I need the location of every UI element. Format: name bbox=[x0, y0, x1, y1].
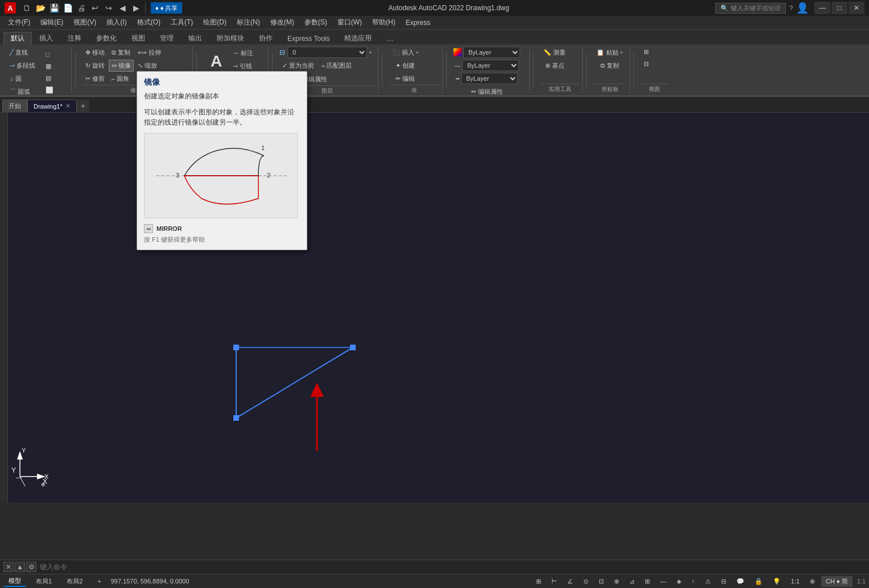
draw-boundary-button[interactable]: ⬜ bbox=[43, 85, 56, 96]
tab-express-tools[interactable]: Express Tools bbox=[280, 32, 337, 44]
close-button[interactable]: ✕ bbox=[849, 2, 864, 14]
menu-view[interactable]: 视图(V) bbox=[69, 16, 101, 29]
doc-tab-drawing1[interactable]: Drawing1* ✕ bbox=[27, 100, 77, 112]
draw-arc-button[interactable]: ⌒ 圆弧 bbox=[7, 86, 38, 98]
draw-gradient-button[interactable]: ▤ bbox=[43, 73, 56, 84]
tab-addons[interactable]: 附加模块 bbox=[209, 32, 252, 44]
view-btn2[interactable]: ⊟ bbox=[641, 59, 652, 69]
qa-redo[interactable]: ↪ bbox=[102, 2, 115, 14]
dynin-button[interactable]: ⊞ bbox=[641, 577, 654, 586]
tab-view[interactable]: 视图 bbox=[124, 32, 153, 44]
modify-fillet-button[interactable]: ⌐ 圆角 bbox=[109, 73, 134, 85]
modify-trim-button[interactable]: ✂ 修剪 bbox=[83, 73, 108, 85]
share-button[interactable]: ♦ ♦ 共享 bbox=[151, 2, 182, 14]
account-icon[interactable]: 👤 bbox=[796, 2, 809, 14]
minimize-button[interactable]: — bbox=[814, 2, 830, 14]
tab-default[interactable]: 默认 bbox=[3, 32, 32, 44]
units-button[interactable]: ⊟ bbox=[717, 577, 730, 586]
qa-forward[interactable]: ▶ bbox=[130, 2, 142, 14]
draw-circle-button[interactable]: ○ 圆 bbox=[7, 73, 38, 85]
draw-rect-button[interactable]: □ bbox=[43, 49, 56, 60]
trans-button[interactable]: ◈ bbox=[673, 577, 685, 586]
menu-express[interactable]: Express bbox=[401, 16, 435, 29]
modify-mirror-button[interactable]: ⇔ 镜像 bbox=[109, 60, 134, 72]
menu-help[interactable]: 帮助(H) bbox=[368, 16, 400, 29]
qa-save[interactable]: 💾 bbox=[48, 2, 60, 14]
sel-cycle-button[interactable]: ↑ bbox=[687, 577, 699, 586]
command-input[interactable] bbox=[40, 563, 866, 571]
tab-more[interactable]: … bbox=[379, 32, 401, 44]
status-tab-layout1[interactable]: 布局1 bbox=[31, 576, 57, 587]
tab-featured[interactable]: 精选应用 bbox=[337, 32, 379, 44]
block-edit-button[interactable]: ✏ 编辑 bbox=[393, 73, 418, 85]
maximize-button[interactable]: □ bbox=[831, 2, 847, 14]
status-tab-add[interactable]: + bbox=[92, 577, 106, 586]
menu-file[interactable]: 文件(F) bbox=[3, 16, 35, 29]
status-tab-model[interactable]: 模型 bbox=[3, 575, 26, 587]
view-btn1[interactable]: ⊞ bbox=[641, 47, 652, 57]
draw-hatch-button[interactable]: ▦ bbox=[43, 61, 56, 72]
menu-modify[interactable]: 修改(M) bbox=[266, 16, 299, 29]
new-tab-button[interactable]: + bbox=[77, 100, 89, 112]
menu-insert[interactable]: 插入(I) bbox=[102, 16, 131, 29]
modify-scale-button[interactable]: ⤡ 缩放 bbox=[135, 60, 164, 72]
menu-tools[interactable]: 工具(T) bbox=[166, 16, 197, 29]
leader-button[interactable]: ⤙ 引线 bbox=[230, 60, 256, 72]
ann-monitor-button[interactable]: ⚠ bbox=[701, 577, 715, 586]
doc-tab-close[interactable]: ✕ bbox=[65, 102, 71, 110]
menu-params[interactable]: 参数(S) bbox=[300, 16, 332, 29]
lineweight-dropdown[interactable]: ByLayer bbox=[461, 73, 518, 84]
paste-button[interactable]: 📋 粘贴 ▾ bbox=[594, 47, 625, 59]
lw-button[interactable]: — bbox=[656, 577, 670, 586]
draw-polyline-button[interactable]: ⤻ 多段线 bbox=[7, 60, 38, 72]
tab-manage[interactable]: 管理 bbox=[153, 32, 181, 44]
osnap-button[interactable]: ⊙ bbox=[579, 577, 592, 586]
qa-undo[interactable]: ↩ bbox=[89, 2, 101, 14]
doc-tab-start[interactable]: 开始 bbox=[2, 100, 27, 112]
tab-insert[interactable]: 插入 bbox=[32, 32, 60, 44]
polar-button[interactable]: ∠ bbox=[563, 577, 577, 586]
cmd-close-button[interactable]: ✕ bbox=[3, 562, 14, 572]
modify-copy-button[interactable]: ⧉ 复制 bbox=[109, 47, 134, 59]
cmd-expand-button[interactable]: ▲ bbox=[15, 562, 25, 572]
tab-parametric[interactable]: 参数化 bbox=[89, 32, 124, 44]
modify-rotate-button[interactable]: ↻ 旋转 bbox=[83, 60, 108, 72]
menu-annotate[interactable]: 标注(N) bbox=[232, 16, 265, 29]
scale-button[interactable]: 1:1 bbox=[787, 577, 804, 586]
otrack-button[interactable]: ⊕ bbox=[610, 577, 623, 586]
3dosnap-button[interactable]: ⊡ bbox=[595, 577, 608, 586]
ortho-button[interactable]: ⊢ bbox=[547, 577, 561, 586]
block-insert-button[interactable]: ⬛ 插入 ▾ bbox=[389, 47, 421, 59]
menu-edit[interactable]: 编辑(E) bbox=[36, 16, 68, 29]
draw-line-button[interactable]: ╱ 直线 bbox=[7, 47, 38, 59]
ucs-button[interactable]: ⊿ bbox=[625, 577, 639, 586]
help-icon[interactable]: ? bbox=[789, 5, 793, 11]
base-button[interactable]: ⊕ 基点 bbox=[542, 60, 567, 72]
layer-set-current-button[interactable]: ✓ 置为当前 bbox=[279, 60, 317, 72]
color-dropdown[interactable]: ByLayer bbox=[463, 47, 520, 58]
cmd-settings-button[interactable]: ⚙ bbox=[26, 562, 36, 572]
copy-clipboard-button[interactable]: ⧉ 复制 bbox=[598, 60, 622, 72]
measure-button[interactable]: 📏 测量 bbox=[541, 47, 569, 59]
tab-output[interactable]: 输出 bbox=[181, 32, 209, 44]
qa-open[interactable]: 📂 bbox=[34, 2, 47, 14]
block-create-button[interactable]: ✦ 创建 bbox=[393, 60, 418, 72]
layer-dropdown[interactable]: 0 bbox=[287, 47, 367, 58]
canvas-area[interactable]: Y X — ⊕ Y X bbox=[0, 113, 869, 503]
qa-back[interactable]: ◀ bbox=[116, 2, 129, 14]
modify-move-button[interactable]: ✥ 移动 bbox=[83, 47, 108, 59]
qp-button[interactable]: 💬 bbox=[732, 577, 748, 586]
language-button[interactable]: CH ♦ 简 bbox=[821, 576, 852, 587]
qa-print[interactable]: 🖨 bbox=[75, 2, 88, 14]
tab-annotate[interactable]: 注释 bbox=[60, 32, 89, 44]
isolate-button[interactable]: 💡 bbox=[769, 577, 785, 586]
snap-grid-button[interactable]: ⊞ bbox=[532, 577, 545, 586]
layer-match-button[interactable]: ≈ 匹配图层 bbox=[319, 60, 355, 72]
search-bar[interactable]: 🔍 键入关键字或短语 bbox=[715, 3, 786, 14]
qa-new[interactable]: 🗋 bbox=[20, 2, 33, 14]
tab-collaborate[interactable]: 协作 bbox=[252, 32, 280, 44]
qa-save-as[interactable]: 📄 bbox=[61, 2, 74, 14]
menu-draw[interactable]: 绘图(D) bbox=[199, 16, 231, 29]
match-properties-button[interactable]: ✏ 编辑属性 bbox=[468, 86, 506, 98]
menu-window[interactable]: 窗口(W) bbox=[333, 16, 366, 29]
